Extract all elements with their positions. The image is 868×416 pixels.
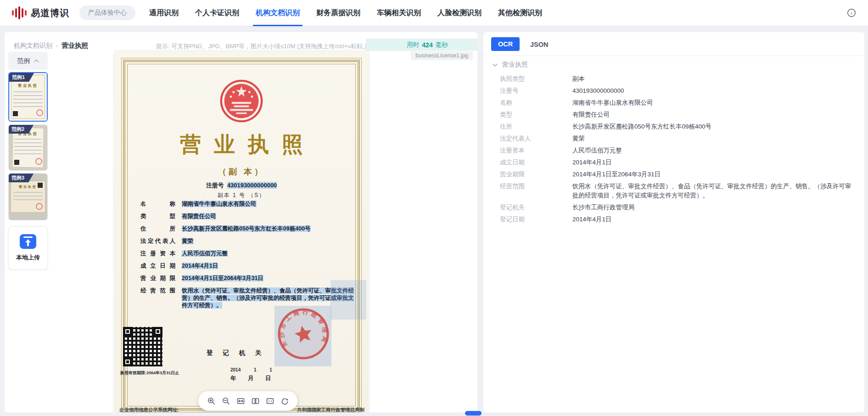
upload-hint-text: 提示: 可支持PNG、JPG、BMP等，图片大小须≤10M (支持拖拽上传/ct… xyxy=(156,42,377,51)
elapsed-prefix: 用时 xyxy=(407,41,419,49)
breadcrumb: 机构文档识别 › 营业执照 xyxy=(14,41,88,50)
detection-box xyxy=(330,280,366,320)
soundwave-logo-icon xyxy=(12,6,27,20)
nav-item-finance-ticket[interactable]: 财务票据识别 xyxy=(316,0,360,26)
sample-thumbnail-1[interactable]: 营业执照 范例1 xyxy=(8,72,48,122)
local-upload-button[interactable]: 本地上传 xyxy=(8,226,48,270)
qr-code xyxy=(123,327,162,366)
main-nav: 通用识别 个人卡证识别 机构文档识别 财务票据识别 车辆相关识别 人脸检测识别 … xyxy=(149,0,542,26)
filename-chip: businessLicense1.jpg xyxy=(411,51,473,60)
ocr-field-row: 登记日期2014年4月1日 xyxy=(500,215,856,224)
fit-width-icon[interactable] xyxy=(237,397,245,405)
qr-caption: 换照有效期限:2064年3月31日止 xyxy=(120,370,179,376)
license-field-row: 住所长沙高新开发区麓松路050号东方红长丰09栋400号 xyxy=(140,225,355,232)
elapsed-value: 424 xyxy=(422,41,432,49)
license-footer-left: 企业信用信息公示系统网址: xyxy=(119,407,179,412)
result-section-title: 营业执照 xyxy=(502,61,528,69)
license-footer-right: 共和国国家工商行政管理总局制 xyxy=(297,407,364,412)
svg-text:i: i xyxy=(851,10,852,16)
ocr-field-row: 营业期限2014年4月1日至2064年3月31日 xyxy=(500,170,856,179)
ocr-field-row: 名称湖南省牛牛寨山泉水有限公司 xyxy=(500,98,856,107)
nav-item-face-detect[interactable]: 人脸检测识别 xyxy=(437,0,482,26)
license-field-row: 成立日期2014年4月1日 xyxy=(140,262,355,270)
license-field-row: 名称湖南省牛牛寨山泉水有限公司 xyxy=(140,200,355,208)
ocr-field-row: 住所长沙高新开发区麓松路050号东方红长丰09栋400号 xyxy=(500,122,856,131)
license-regno-value: 430193000000000 xyxy=(227,182,277,189)
ocr-field-list: 执照类型副本 注册号430193000000000 名称湖南省牛牛寨山泉水有限公… xyxy=(500,74,856,227)
breadcrumb-parent[interactable]: 机构文档识别 xyxy=(14,42,52,50)
ocr-field-row: 注册号430193000000000 xyxy=(500,86,856,96)
fit-height-icon[interactable] xyxy=(252,397,259,405)
license-copy-line: 副本 1 号 （S） xyxy=(115,191,368,199)
result-tabs: OCR JSON xyxy=(483,32,864,56)
result-panel: OCR JSON 营业执照 执照类型副本 注册号430193000000000 … xyxy=(483,32,864,412)
ocr-field-row: 执照类型副本 xyxy=(500,74,856,84)
license-field-row: 注册资本人民币伍佰万元整 xyxy=(140,250,355,257)
recognition-panel: 机构文档识别 › 营业执照 提示: 可支持PNG、JPG、BMP等，图片大小须≤… xyxy=(5,32,477,412)
license-regno-line: 注册号 430193000000000 xyxy=(115,181,368,190)
upload-label: 本地上传 xyxy=(16,253,40,262)
sample-thumbnail-3[interactable]: 营业执照 范例3 xyxy=(8,173,48,220)
viewer-toolbar: 1:1 xyxy=(198,391,297,410)
national-emblem-icon xyxy=(219,79,263,123)
chevron-up-icon xyxy=(34,59,39,62)
nav-item-general[interactable]: 通用识别 xyxy=(149,0,179,26)
nav-item-personal-card[interactable]: 个人卡证识别 xyxy=(195,0,239,26)
license-field-row: 法定代表人黄荣 xyxy=(140,237,355,245)
zoom-out-icon[interactable] xyxy=(222,397,230,405)
tab-ocr[interactable]: OCR xyxy=(491,37,520,51)
product-center-button[interactable]: 产品体验中心 xyxy=(79,6,135,20)
ocr-field-row: 注册资本人民币伍佰万元整 xyxy=(500,146,856,155)
elapsed-time-badge: 用时 424 毫秒 xyxy=(366,39,477,51)
ocr-field-row: 经营范围饮用水（凭许可证、审批文件经营）、食品（凭许可证、审批文件经营）的生产、… xyxy=(500,182,856,200)
samples-collapse-header[interactable]: 范例 xyxy=(8,52,48,70)
sample-thumbnail-2[interactable]: 营业执照 范例2 xyxy=(8,124,48,171)
svg-text:1:1: 1:1 xyxy=(268,399,272,403)
brand-logo[interactable]: 易道博识 xyxy=(12,6,69,20)
nav-item-other-detect[interactable]: 其他检测识别 xyxy=(498,0,542,26)
samples-header-label: 范例 xyxy=(17,57,30,65)
registrar-label: 登 记 机 关 xyxy=(207,349,265,357)
ocr-field-row: 成立日期2014年4月1日 xyxy=(500,158,856,167)
breadcrumb-separator: › xyxy=(56,43,58,49)
tab-json[interactable]: JSON xyxy=(527,39,551,50)
chevron-down-icon xyxy=(493,63,498,67)
reset-view-icon[interactable] xyxy=(281,397,289,405)
zoom-in-icon[interactable] xyxy=(207,397,215,405)
license-title: 营业执照 xyxy=(115,130,368,159)
license-fields: 名称湖南省牛牛寨山泉水有限公司 类型有限责任公司 住所长沙高新开发区麓松路050… xyxy=(140,200,355,314)
license-field-row: 类型有限责任公司 xyxy=(140,213,355,220)
info-icon[interactable]: i xyxy=(847,8,856,17)
elapsed-unit: 毫秒 xyxy=(436,41,448,49)
upload-icon xyxy=(20,234,36,249)
actual-size-icon[interactable]: 1:1 xyxy=(266,397,274,405)
ocr-field-row: 类型有限责任公司 xyxy=(500,110,856,119)
license-field-row: 营业期限2014年4月1日至2064年3月31日 xyxy=(140,275,355,282)
official-stamp: 长沙市工商行政管理局 xyxy=(271,302,336,366)
nav-item-vehicle[interactable]: 车辆相关识别 xyxy=(377,0,421,26)
breadcrumb-current: 营业执照 xyxy=(62,41,88,50)
ocr-field-row: 登记机关长沙市工商行政管理局 xyxy=(500,203,856,212)
nav-item-org-document[interactable]: 机构文档识别 xyxy=(256,0,300,26)
brand-name: 易道博识 xyxy=(31,7,69,19)
license-date-units: 年 月 日 xyxy=(230,375,327,382)
ocr-field-row: 法定代表人黄荣 xyxy=(500,134,856,143)
result-section-header[interactable]: 营业执照 xyxy=(493,61,528,69)
top-navbar: 易道博识 产品体验中心 通用识别 个人卡证识别 机构文档识别 财务票据识别 车辆… xyxy=(0,0,868,26)
document-canvas[interactable]: 营业执照 （副 本） 注册号 430193000000000 副本 1 号 （S… xyxy=(115,51,368,412)
license-date-numbers: 2014 1 1 xyxy=(230,367,327,372)
license-subtitle: （副 本） xyxy=(115,166,368,177)
bottom-scroll-thumb[interactable] xyxy=(465,411,482,416)
